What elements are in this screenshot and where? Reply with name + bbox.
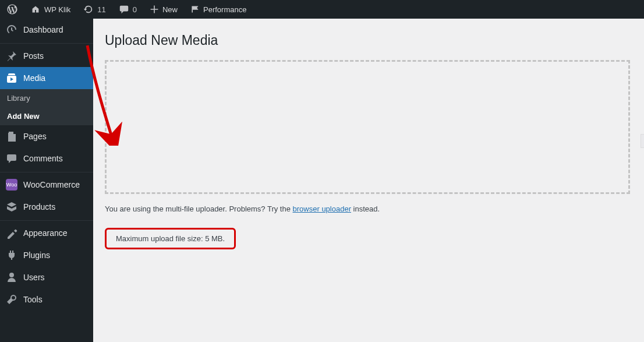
- sidebar-item-woocommerce[interactable]: Woo WooCommerce: [0, 174, 93, 196]
- sidebar-item-label: Comments: [23, 154, 87, 163]
- products-icon: [6, 201, 17, 213]
- pin-icon: [6, 50, 17, 62]
- performance-label: Performance: [203, 5, 246, 14]
- site-home-link[interactable]: WP Klik: [27, 4, 74, 15]
- sidebar-item-users[interactable]: Users: [0, 266, 93, 288]
- sidebar-item-posts[interactable]: Posts: [0, 45, 93, 67]
- sidebar-item-label: WooCommerce: [23, 180, 87, 189]
- sidebar-item-label: Pages: [23, 132, 87, 141]
- admin-toolbar: WP Klik 11 0 New Performance: [0, 0, 644, 19]
- sidebar-item-media[interactable]: Media: [0, 67, 93, 89]
- woocommerce-icon: Woo: [6, 179, 17, 191]
- sidebar-item-products[interactable]: Products: [0, 196, 93, 218]
- media-icon: [6, 72, 17, 84]
- main-content: Upload New Media You are using the multi…: [93, 19, 644, 342]
- wp-logo[interactable]: [3, 4, 21, 15]
- admin-sidebar: Dashboard Posts Media Library Add New Pa…: [0, 19, 93, 342]
- hint-prefix: You are using the multi-file uploader. P…: [105, 205, 293, 213]
- page-title: Upload New Media: [105, 33, 630, 48]
- wordpress-icon: [7, 4, 17, 15]
- sidebar-item-label: Plugins: [23, 251, 87, 260]
- comments-count: 0: [133, 5, 137, 14]
- dashboard-icon: [6, 24, 17, 36]
- pages-icon: [6, 131, 17, 142]
- performance-link[interactable]: Performance: [187, 5, 250, 14]
- sidebar-item-label: Dashboard: [23, 25, 87, 34]
- cropped-edge-sliver: [641, 134, 644, 148]
- submenu-add-new[interactable]: Add New: [0, 107, 93, 125]
- sidebar-item-comments[interactable]: Comments: [0, 147, 93, 170]
- sidebar-item-label: Users: [23, 273, 87, 282]
- uploader-hint: You are using the multi-file uploader. P…: [105, 205, 630, 213]
- sidebar-item-label: Tools: [23, 295, 87, 304]
- comments-menu-icon: [6, 153, 17, 164]
- menu-separator: [0, 172, 93, 172]
- comments-icon: [119, 4, 129, 15]
- new-label: New: [162, 5, 178, 14]
- upload-drop-zone[interactable]: [105, 60, 630, 194]
- tools-icon: [6, 294, 17, 305]
- sidebar-item-appearance[interactable]: Appearance: [0, 222, 93, 244]
- home-icon: [30, 4, 41, 15]
- users-icon: [6, 272, 17, 283]
- new-content-link[interactable]: New: [146, 5, 181, 14]
- updates-link[interactable]: 11: [80, 4, 109, 15]
- plugins-icon: [6, 249, 17, 261]
- max-upload-note: Maximum upload file size: 5 MB.: [105, 228, 236, 249]
- sidebar-item-label: Media: [23, 73, 87, 83]
- menu-separator: [0, 220, 93, 221]
- appearance-icon: [6, 227, 17, 239]
- sidebar-item-tools[interactable]: Tools: [0, 288, 93, 311]
- sidebar-item-label: Appearance: [23, 228, 87, 238]
- updates-count: 11: [97, 5, 105, 14]
- plus-icon: [150, 5, 159, 14]
- sidebar-item-label: Products: [23, 202, 87, 211]
- sidebar-item-plugins[interactable]: Plugins: [0, 244, 93, 266]
- site-name-text: WP Klik: [44, 5, 70, 14]
- updates-icon: [83, 4, 94, 15]
- sidebar-item-pages[interactable]: Pages: [0, 125, 93, 147]
- performance-icon: [190, 5, 200, 14]
- sidebar-item-dashboard[interactable]: Dashboard: [0, 19, 93, 41]
- comments-link[interactable]: 0: [115, 4, 140, 15]
- media-submenu: Library Add New: [0, 89, 93, 125]
- hint-suffix: instead.: [351, 205, 380, 213]
- menu-separator: [0, 43, 93, 44]
- sidebar-item-label: Posts: [23, 51, 87, 61]
- submenu-library[interactable]: Library: [0, 89, 93, 107]
- browser-uploader-link[interactable]: browser uploader: [293, 205, 351, 213]
